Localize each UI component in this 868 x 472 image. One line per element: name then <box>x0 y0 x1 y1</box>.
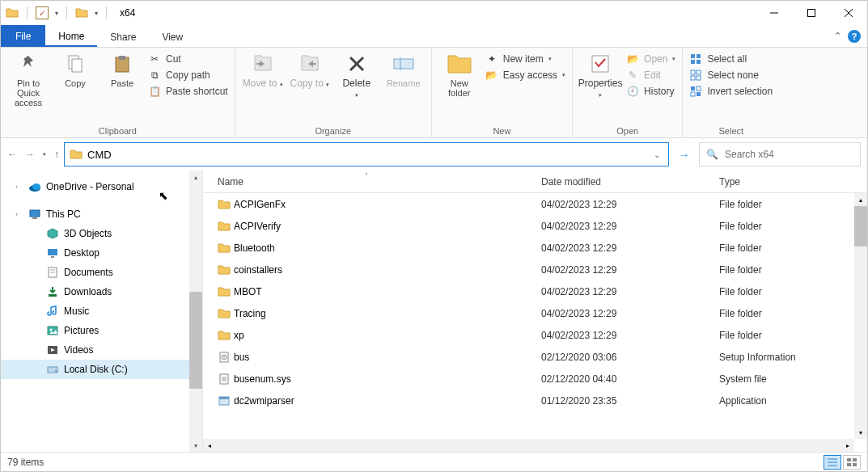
up-button[interactable]: ↑ <box>54 149 59 160</box>
column-header-type[interactable]: Type <box>719 176 867 188</box>
file-type: File folder <box>719 286 854 297</box>
properties-qat-icon[interactable]: ✓ <box>36 6 49 19</box>
back-button[interactable]: ← <box>7 149 17 160</box>
address-input[interactable] <box>87 149 646 161</box>
tab-home[interactable]: Home <box>45 25 97 47</box>
paste-shortcut-icon: 📋 <box>148 85 161 98</box>
new-item-button[interactable]: ✦New item ▾ <box>485 53 565 65</box>
tree-item[interactable]: Documents <box>1 263 202 282</box>
large-icons-view-button[interactable] <box>843 455 861 470</box>
folder-icon <box>75 6 88 19</box>
tab-share[interactable]: Share <box>97 25 149 47</box>
minimize-button[interactable] <box>756 1 793 25</box>
svg-rect-44 <box>222 377 227 381</box>
invert-selection-button[interactable]: Invert selection <box>689 85 773 98</box>
tree-item[interactable]: Videos <box>1 340 202 360</box>
svg-point-42 <box>223 356 225 358</box>
status-bar: 79 items <box>1 452 867 471</box>
file-name: Bluetooth <box>234 242 541 254</box>
history-button[interactable]: 🕘History <box>626 85 675 98</box>
copy-button[interactable]: Copy <box>54 51 96 88</box>
file-row[interactable]: Tracing04/02/2023 12:29File folder <box>203 302 854 324</box>
tab-file[interactable]: File <box>1 25 45 47</box>
cut-button[interactable]: ✂Cut <box>148 53 228 65</box>
maximize-button[interactable] <box>793 1 830 25</box>
tree-item[interactable]: Local Disk (C:) <box>1 360 202 379</box>
invert-selection-icon <box>689 85 702 98</box>
pin-icon <box>15 51 41 77</box>
select-none-button[interactable]: Select none <box>689 69 773 82</box>
tree-item[interactable]: ›OneDrive - Personal <box>1 177 202 196</box>
tree-item[interactable]: ›This PC <box>1 204 202 224</box>
pin-to-quick-access-button[interactable]: Pin to Quick access <box>7 51 49 107</box>
paste-button[interactable]: Paste <box>101 51 143 88</box>
collapse-ribbon-icon[interactable]: ⌃ <box>834 31 841 41</box>
tree-item[interactable]: 3D Objects <box>1 224 202 243</box>
scrollbar-thumb[interactable] <box>854 206 867 247</box>
select-all-button[interactable]: Select all <box>689 53 773 65</box>
edit-button[interactable]: ✎Edit <box>626 69 675 82</box>
file-row[interactable]: ACPIVerify04/02/2023 12:29File folder <box>203 215 854 237</box>
expander-icon[interactable]: › <box>15 210 23 218</box>
file-date: 02/12/2020 04:40 <box>541 373 719 385</box>
go-to-button[interactable]: → <box>674 149 694 161</box>
scroll-left-icon[interactable]: ◂ <box>203 439 216 452</box>
move-to-button[interactable]: Move to ▾ <box>242 51 284 89</box>
tab-view[interactable]: View <box>149 25 196 47</box>
column-header-date[interactable]: Date modified <box>541 176 719 188</box>
copy-to-button[interactable]: Copy to ▾ <box>289 51 331 89</box>
delete-button[interactable]: Delete▾ <box>336 51 378 99</box>
file-row[interactable]: MBOT04/02/2023 12:29File folder <box>203 280 854 302</box>
tree-item[interactable]: Pictures <box>1 321 202 340</box>
tree-item[interactable]: Desktop <box>1 243 202 263</box>
address-dropdown-icon[interactable]: ⌄ <box>650 150 663 159</box>
file-name: busenum.sys <box>234 373 541 385</box>
file-row[interactable]: ACPIGenFx04/02/2023 12:29File folder <box>203 193 854 215</box>
easy-access-button[interactable]: 📂Easy access ▾ <box>485 69 565 82</box>
scroll-down-icon[interactable]: ▾ <box>854 426 867 439</box>
paste-shortcut-button[interactable]: 📋Paste shortcut <box>148 85 228 98</box>
file-row[interactable]: Bluetooth04/02/2023 12:29File folder <box>203 237 854 259</box>
properties-button[interactable]: Properties▾ <box>579 51 621 99</box>
file-type: File folder <box>719 308 854 319</box>
forward-button[interactable]: → <box>25 149 35 160</box>
file-row[interactable]: dc2wmiparser01/12/2020 23:35Application <box>203 390 854 411</box>
folder-icon <box>218 220 234 233</box>
scroll-up-icon[interactable]: ▴ <box>189 171 202 183</box>
disk-icon <box>46 363 59 376</box>
scroll-up-icon[interactable]: ▴ <box>854 193 867 206</box>
qat-dropdown-caret[interactable]: ▾ <box>55 10 58 17</box>
scrollbar-thumb[interactable] <box>189 292 202 389</box>
details-view-button[interactable] <box>824 455 841 470</box>
search-box[interactable]: 🔍 <box>699 142 861 166</box>
scroll-down-icon[interactable]: ▾ <box>189 439 202 452</box>
column-header-name[interactable]: Name <box>218 176 541 188</box>
qat-dropdown-caret[interactable]: ▾ <box>95 10 98 17</box>
file-row[interactable]: bus02/12/2020 03:06Setup Information <box>203 346 854 368</box>
folder-icon <box>218 198 234 211</box>
content-scrollbar[interactable]: ▴ ▾ <box>854 193 867 439</box>
tree-item[interactable]: Downloads <box>1 282 202 301</box>
sort-indicator-icon: ˄ <box>365 172 368 179</box>
open-button[interactable]: 📂Open ▾ <box>626 53 675 65</box>
content-hscrollbar[interactable]: ◂ ▸ <box>203 439 854 452</box>
tree-item[interactable]: Music <box>1 301 202 321</box>
file-row[interactable]: xp04/02/2023 12:29File folder <box>203 324 854 346</box>
rename-button[interactable]: Rename <box>383 51 425 88</box>
group-clipboard: Pin to Quick access Copy Paste ✂Cut ⧉Cop… <box>1 48 235 137</box>
scroll-right-icon[interactable]: ▸ <box>841 439 854 452</box>
help-icon[interactable]: ? <box>848 30 861 43</box>
file-row[interactable]: busenum.sys02/12/2020 04:40System file <box>203 368 854 390</box>
navigation-bar: ← → ▾ ↑ ⌄ → 🔍 <box>1 138 867 171</box>
search-input[interactable] <box>725 149 853 160</box>
new-folder-button[interactable]: New folder <box>438 51 481 98</box>
recent-locations-button[interactable]: ▾ <box>43 151 46 158</box>
expander-icon[interactable]: › <box>15 183 23 191</box>
copy-path-button[interactable]: ⧉Copy path <box>148 69 228 82</box>
file-row[interactable]: coinstallers04/02/2023 12:29File folder <box>203 259 854 280</box>
folder-icon <box>218 329 234 342</box>
address-bar[interactable]: ⌄ <box>64 142 669 166</box>
file-name: xp <box>234 330 541 341</box>
close-button[interactable] <box>830 1 867 25</box>
rename-icon <box>391 51 417 77</box>
